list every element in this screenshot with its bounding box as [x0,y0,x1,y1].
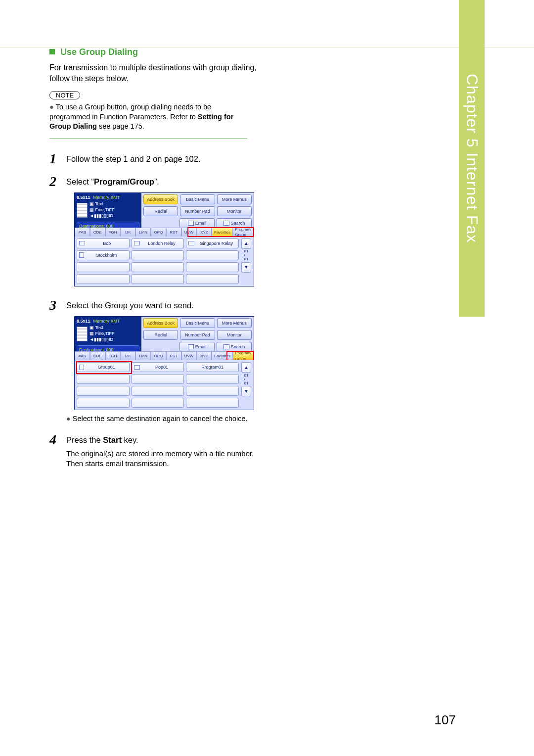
scroll-down-button[interactable]: ▼ [241,386,251,396]
fax-header-left: 8.5x11 Memory XMT ▣ Text ▦ Fine,TIFF [75,317,141,351]
mode-text-label: Text [95,201,103,206]
tab-favorites[interactable]: Favorites [212,228,232,236]
number-pad-button[interactable]: Number Pad [180,206,215,216]
tab-program-group[interactable]: Program/ Group [233,228,254,236]
mode-text-icon: ▣ [89,201,95,206]
step-text-post: ”. [154,177,159,186]
tab-fgh[interactable]: FGH [105,228,121,236]
step-text: Select the Group you want to send. [66,301,194,310]
fax-tabs: #AB CDE FGH IJK LMN OPQ RST UVW XYZ Favo… [75,228,254,236]
tab-rst[interactable]: RST [166,228,181,236]
list-item-empty[interactable] [132,374,184,384]
note-pill: NOTE [49,91,80,99]
number-pad-button[interactable]: Number Pad [180,330,215,340]
email-button[interactable]: Email [179,218,215,228]
more-menus-button[interactable]: More Menus [217,194,252,204]
list-item-empty[interactable] [186,262,239,272]
list-item-empty[interactable] [186,250,239,260]
fax-header-left: 8.5x11 Memory XMT ▣ Text ▦ Fine,TIFF [75,193,141,228]
step-body: Follow the step 1 and 2 on page 102. [66,152,257,166]
arrow-down-icon: ▼ [244,264,249,271]
tab-lmn[interactable]: LMN [135,228,151,236]
list-item-empty[interactable] [132,274,184,284]
tab-ijk[interactable]: IJK [120,228,135,236]
tab-xyz[interactable]: XYZ [197,228,212,236]
tab-cde[interactable]: CDE [90,351,105,360]
step-body: Press the Start key. The original(s) are… [66,433,257,469]
list-item-empty[interactable] [186,386,239,396]
address-book-button[interactable]: Address Book [143,194,178,204]
document-icon [77,327,88,341]
mail-icon [134,365,140,370]
list-item-label: Pop01 [142,364,182,371]
list-item-empty[interactable] [77,262,130,272]
tab-cde[interactable]: CDE [90,228,105,236]
step4-subnote: The original(s) are stored into memory w… [66,449,257,469]
document-icon [77,203,88,218]
monitor-button[interactable]: Monitor [217,330,252,340]
list-item[interactable]: Stockholm [77,250,130,260]
list-item-empty[interactable] [132,398,184,408]
tab-ab[interactable]: #AB [75,351,90,360]
tab-program-group[interactable]: Program/ Group [233,351,254,360]
list-item-empty[interactable] [77,274,130,284]
monitor-button[interactable]: Monitor [217,206,252,216]
tab-opq[interactable]: OPQ [151,351,166,360]
list-item-empty[interactable] [132,386,184,396]
list-item[interactable]: London Relay [132,238,184,248]
list-item-empty[interactable] [186,374,239,384]
scroll-down-button[interactable]: ▼ [241,262,251,273]
tab-uvw[interactable]: UVW [181,351,197,360]
tab-fgh[interactable]: FGH [105,351,121,360]
tab-uvw[interactable]: UVW [181,228,197,236]
list-item-empty[interactable] [77,374,130,384]
redial-button[interactable]: Redial [143,330,178,340]
tab-lmn[interactable]: LMN [135,351,151,360]
list-item-label: Group01 [86,364,127,371]
list-item-empty[interactable] [77,386,130,396]
chapter-label: Chapter 5 Internet Fax [463,74,481,243]
list-item[interactable]: Program01 [186,362,239,372]
page-indicator: 01 / 01 [241,250,251,261]
step-4: 4 Press the Start key. The original(s) a… [49,433,257,469]
email-button[interactable]: Email [179,342,215,352]
basic-menu-button[interactable]: Basic Menu [180,318,215,328]
basic-menu-button[interactable]: Basic Menu [180,194,215,204]
tab-rst[interactable]: RST [166,351,181,360]
step3-subnote: ●Select the same destination again to ca… [66,414,257,424]
step-text-post: key. [122,435,138,444]
tab-favorites[interactable]: Favorites [212,351,232,360]
tab-ab[interactable]: #AB [75,228,90,236]
list-item-label: Singapore Relay [196,240,236,247]
section-title-text: Use Group Dialing [60,47,138,57]
list-item[interactable]: Singapore Relay [186,238,239,248]
list-item-empty[interactable] [186,274,239,284]
scroll-up-button[interactable]: ▲ [241,362,251,373]
tab-xyz[interactable]: XYZ [197,351,212,360]
fax-tabs: #AB CDE FGH IJK LMN OPQ RST UVW XYZ Favo… [75,351,254,360]
mode-tiff-icon: ▦ [89,331,95,336]
tab-opq[interactable]: OPQ [151,228,166,236]
group-icon [79,365,84,370]
redial-button[interactable]: Redial [143,206,178,216]
density-bar-icon: ◄▮▮▮▯▯▯ [89,213,109,218]
address-book-button[interactable]: Address Book [143,318,178,328]
list-item[interactable]: Pop01 [132,362,184,372]
section-intro: For transmission to multiple destination… [49,62,257,84]
bullet-icon [49,49,55,54]
list-item-empty[interactable] [132,250,184,260]
paper-size: 8.5x11 [77,318,90,325]
tab-ijk[interactable]: IJK [120,351,135,360]
list-item-empty[interactable] [186,398,239,408]
fax-header-right: Address Book Basic Menu More Menus Redia… [141,317,254,351]
scroll-up-button[interactable]: ▲ [241,238,251,249]
list-item-empty[interactable] [77,398,130,408]
list-item-empty[interactable] [132,262,184,272]
arrow-down-icon: ▼ [244,388,249,395]
subnote-text: Select the same destination again to can… [73,415,248,423]
list-item[interactable]: Bob [77,238,130,248]
step-number: 4 [49,433,66,469]
more-menus-button[interactable]: More Menus [217,318,252,328]
page-indicator: 01 / 01 [241,374,251,384]
list-item[interactable]: Group01 [77,362,130,372]
